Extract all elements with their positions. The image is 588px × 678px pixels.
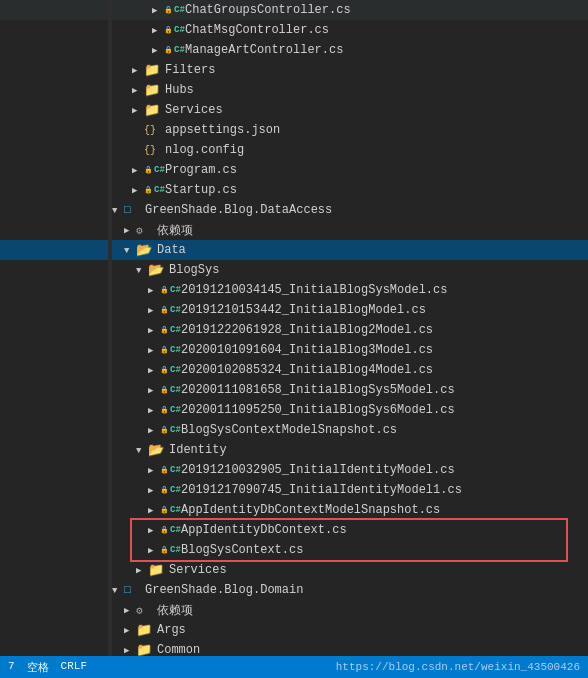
item-icon-cs: 🔒C# [160, 485, 178, 495]
item-icon-folder: 📁 [144, 82, 162, 98]
status-bar: 7 空格 CRLF https://blog.csdn.net/weixin_4… [0, 656, 588, 678]
tree-arrow: ▶ [148, 463, 160, 477]
item-label: 20191210153442_InitialBlogModel.cs [181, 303, 426, 317]
tree-item-startup[interactable]: ▶ 🔒C# Startup.cs [0, 180, 588, 200]
tree-item-manageart[interactable]: ▶ 🔒C# ManageArtController.cs [0, 40, 588, 60]
tree-arrow: ▼ [112, 203, 124, 217]
tree-arrow: ▶ [124, 643, 136, 657]
tree-item-dataaccess-deps[interactable]: ▶ ⚙ 依赖项 [0, 220, 588, 240]
tree-item-chatgroups[interactable]: ▶ 🔒C# ChatGroupsController.cs [0, 0, 588, 20]
tree-item-domain-deps[interactable]: ▶ ⚙ 依赖项 [0, 600, 588, 620]
tree-item-dataaccess[interactable]: ▼ □ GreenShade.Blog.DataAccess [0, 200, 588, 220]
item-icon-cs: 🔒C# [144, 185, 162, 195]
item-icon-ref: ⚙ [136, 224, 154, 237]
tree-item-blog5[interactable]: ▶ 🔒C# 20200102085324_InitialBlog4Model.c… [0, 360, 588, 380]
item-icon-cs: 🔒C# [160, 505, 178, 515]
tree-item-blog6[interactable]: ▶ 🔒C# 20200111081658_InitialBlogSys5Mode… [0, 380, 588, 400]
item-label: Args [157, 623, 186, 637]
item-label: 依赖项 [157, 222, 193, 239]
item-label: BlogSysContextModelSnapshot.cs [181, 423, 397, 437]
tree-arrow: ▶ [148, 483, 160, 497]
tree-arrow: ▶ [148, 343, 160, 357]
tree-arrow: ▶ [148, 323, 160, 337]
tree-arrow: ▶ [132, 183, 144, 197]
tree-arrow: ▶ [148, 423, 160, 437]
item-label: 依赖项 [157, 602, 193, 619]
item-label: Data [157, 243, 186, 257]
item-icon-cs: 🔒C# [160, 325, 178, 335]
item-icon-solution: □ [124, 584, 142, 596]
item-icon-cs: 🔒C# [160, 365, 178, 375]
url-link[interactable]: https://blog.csdn.net/weixin_43500426 [336, 661, 580, 673]
tree-item-args[interactable]: ▶ 📁 Args [0, 620, 588, 640]
item-icon-cs: 🔒C# [164, 25, 182, 35]
tree-item-appidentitydb[interactable]: ▶ 🔒C# AppIdentityDbContext.cs [0, 520, 588, 540]
item-icon-cs: 🔒C# [164, 45, 182, 55]
tree-item-data-services[interactable]: ▶ 📁 Services [0, 560, 588, 580]
item-label: BlogSysContext.cs [181, 543, 303, 557]
tree-item-blog1[interactable]: ▶ 🔒C# 20191210034145_InitialBlogSysModel… [0, 280, 588, 300]
tree-arrow: ▶ [148, 283, 160, 297]
item-label: AppIdentityDbContextModelSnapshot.cs [181, 503, 440, 517]
tree-arrow: ▶ [152, 43, 164, 57]
item-label: ChatMsgController.cs [185, 23, 329, 37]
tree-arrow: ▶ [148, 303, 160, 317]
tree-item-hubs[interactable]: ▶ 📁 Hubs [0, 80, 588, 100]
tree-arrow: ▶ [148, 363, 160, 377]
item-icon-folder: 📁 [136, 622, 154, 638]
tree-item-blog7[interactable]: ▶ 🔒C# 20200111095250_InitialBlogSys6Mode… [0, 400, 588, 420]
item-label: BlogSys [169, 263, 219, 277]
tree-item-blog2[interactable]: ▶ 🔒C# 20191210153442_InitialBlogModel.cs [0, 300, 588, 320]
tree-item-blogsys[interactable]: ▼ 📂 BlogSys [0, 260, 588, 280]
tree-arrow: ▶ [148, 503, 160, 517]
tree-item-chatmsg[interactable]: ▶ 🔒C# ChatMsgController.cs [0, 20, 588, 40]
item-label: 20191210032905_InitialIdentityModel.cs [181, 463, 455, 477]
item-label: Common [157, 643, 200, 657]
line-ending: CRLF [61, 660, 87, 675]
item-label: Filters [165, 63, 215, 77]
tree-item-appsettings[interactable]: {} appsettings.json [0, 120, 588, 140]
tree-arrow: ▶ [148, 543, 160, 557]
tree-item-filters[interactable]: ▶ 📁 Filters [0, 60, 588, 80]
item-label: appsettings.json [165, 123, 280, 137]
tree-arrow: ▼ [136, 443, 148, 457]
tree-arrow: ▶ [148, 403, 160, 417]
tree-item-identity1[interactable]: ▶ 🔒C# 20191210032905_InitialIdentityMode… [0, 460, 588, 480]
item-icon-cs: 🔒C# [160, 545, 178, 555]
item-label: Services [165, 103, 223, 117]
item-icon-folder: 📁 [144, 102, 162, 118]
item-label: Program.cs [165, 163, 237, 177]
item-label: GreenShade.Blog.Domain [145, 583, 303, 597]
item-label: 20191217090745_InitialIdentityModel1.cs [181, 483, 462, 497]
item-icon-cs: 🔒C# [160, 525, 178, 535]
tree-arrow: ▶ [152, 3, 164, 17]
tree-item-program[interactable]: ▶ 🔒C# Program.cs [0, 160, 588, 180]
item-icon-folder: 📁 [144, 62, 162, 78]
item-label: 20191210034145_InitialBlogSysModel.cs [181, 283, 447, 297]
tree-item-domain[interactable]: ▼ □ GreenShade.Blog.Domain [0, 580, 588, 600]
tree-item-blog4[interactable]: ▶ 🔒C# 20200101091604_InitialBlog3Model.c… [0, 340, 588, 360]
tree-item-identity[interactable]: ▼ 📂 Identity [0, 440, 588, 460]
tree-item-blog3[interactable]: ▶ 🔒C# 20191222061928_InitialBlog2Model.c… [0, 320, 588, 340]
item-icon-json: {} [144, 145, 162, 156]
tree-arrow: ▶ [132, 83, 144, 97]
tree-arrow [132, 123, 144, 137]
tree-item-identitysnapshot[interactable]: ▶ 🔒C# AppIdentityDbContextModelSnapshot.… [0, 500, 588, 520]
item-icon-cs: 🔒C# [160, 425, 178, 435]
tree-arrow: ▼ [136, 263, 148, 277]
solution-explorer: ▶ 🔒C# ChatGroupsController.cs ▶ 🔒C# Chat… [0, 0, 588, 678]
item-label: Startup.cs [165, 183, 237, 197]
item-label: 20200111081658_InitialBlogSys5Model.cs [181, 383, 455, 397]
tree-item-services[interactable]: ▶ 📁 Services [0, 100, 588, 120]
item-label: Hubs [165, 83, 194, 97]
tree-item-blogsnapshot[interactable]: ▶ 🔒C# BlogSysContextModelSnapshot.cs [0, 420, 588, 440]
item-label: Services [169, 563, 227, 577]
tree-item-identity2[interactable]: ▶ 🔒C# 20191217090745_InitialIdentityMode… [0, 480, 588, 500]
item-icon-ref: ⚙ [136, 604, 154, 617]
panel-divider [108, 0, 112, 678]
tree-item-data[interactable]: ▼ 📂 Data [0, 240, 588, 260]
item-label: ManageArtController.cs [185, 43, 343, 57]
tree-item-nlog[interactable]: {} nlog.config [0, 140, 588, 160]
tree-item-blogsyscontext[interactable]: ▶ 🔒C# BlogSysContext.cs [0, 540, 588, 560]
item-label: AppIdentityDbContext.cs [181, 523, 347, 537]
